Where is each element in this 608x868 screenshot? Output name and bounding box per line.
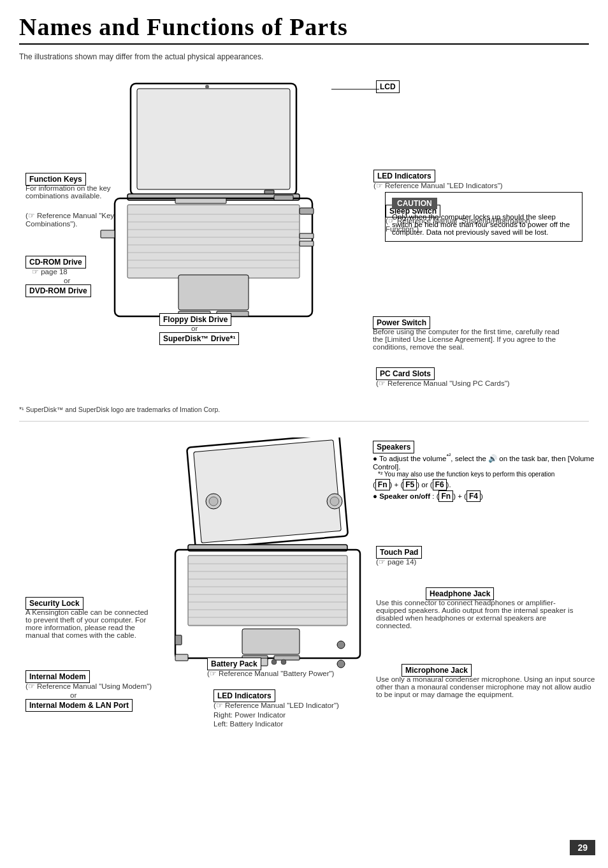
battery-pack-ref: (☞ Reference Manual "Battery Power") — [207, 669, 334, 678]
caution-text: Only when the computer locks up should t… — [392, 213, 575, 236]
caution-title: CAUTION — [392, 198, 437, 209]
security-lock-desc: A Kensington cable can be connected to p… — [25, 608, 150, 639]
touch-pad-ref: (☞ page 14) — [376, 557, 416, 566]
speaker-onoff: ● Speaker on/off : (Fn) + (F4) — [373, 492, 596, 501]
security-lock-label: Security Lock — [25, 597, 83, 610]
svg-rect-18 — [300, 233, 314, 239]
title-divider — [19, 43, 589, 45]
svg-rect-22 — [274, 195, 293, 200]
microphone-jack-label: Microphone Jack — [402, 664, 472, 677]
headphone-jack-desc: Use this connector to connect headphones… — [376, 599, 574, 629]
function-keys-ref: (☞ Reference Manual "Key Combinations"). — [25, 211, 124, 228]
floppy-label: Floppy Disk Drive — [159, 313, 231, 326]
subtitle: The illustrations shown may differ from … — [19, 52, 589, 61]
svg-point-30 — [330, 497, 339, 506]
svg-point-50 — [281, 659, 286, 665]
cdrom-label: CD-ROM Drive — [25, 256, 86, 268]
power-switch-label: Power Switch — [373, 316, 430, 329]
lcd-line — [331, 85, 379, 94]
touch-pad-label: Touch Pad — [376, 546, 422, 559]
svg-rect-23 — [264, 190, 274, 194]
svg-rect-47 — [175, 654, 188, 661]
svg-point-16 — [205, 85, 209, 89]
pc-card-label: PC Card Slots — [376, 367, 435, 380]
led-indicators-top-ref: (☞ Reference Manual "LED Indicators") — [373, 181, 507, 190]
page-number: 29 — [570, 840, 595, 855]
or2: or — [191, 325, 198, 332]
svg-rect-33 — [188, 555, 347, 626]
function-keys-label: Function Keys — [25, 173, 86, 186]
svg-rect-43 — [242, 629, 300, 654]
internal-modem-ref: (☞ Reference Manual "Using Modem") — [25, 682, 152, 691]
pc-card-ref: (☞ Reference Manual "Using PC Cards") — [376, 379, 554, 388]
caution-box: CAUTION Only when the computer locks up … — [385, 192, 583, 242]
svg-rect-17 — [300, 208, 314, 214]
svg-rect-45 — [274, 656, 300, 660]
internal-modem-label: Internal Modem — [25, 670, 90, 683]
svg-point-29 — [209, 497, 218, 506]
lcd-label: LCD — [376, 80, 400, 93]
function-keys-desc: For information on the key combinations … — [25, 184, 124, 200]
or3: or — [70, 691, 76, 699]
led-indicators-bot-ref: (☞ Reference Manual "LED Indicator") — [214, 701, 339, 710]
speakers-footnote: *² You may also use the function keys to… — [378, 471, 596, 478]
svg-point-51 — [337, 641, 345, 649]
svg-rect-13 — [178, 275, 249, 310]
dvdrom-label: DVD-ROM Drive — [25, 284, 91, 297]
svg-point-49 — [271, 659, 277, 665]
superdisk-label: SuperDisk™ Drive*¹ — [159, 332, 239, 345]
internal-modem-lan-label: Internal Modem & LAN Port — [25, 699, 133, 712]
led-indicators-top-label: LED Indicators — [373, 170, 435, 182]
svg-rect-26 — [194, 440, 342, 543]
speakers-desc1: ● To adjust the volume*², select the 🔊 o… — [373, 452, 596, 471]
power-switch-desc: Before using the computer for the first … — [373, 328, 570, 351]
superdisk-footnote: *¹ SuperDisk™ and SuperDisk logo are tra… — [19, 406, 589, 413]
led-left: Left: Battery Indicator — [214, 720, 283, 728]
laptop-top-svg — [80, 80, 347, 329]
section-divider — [19, 421, 589, 422]
led-right: Right: Power Indicator — [214, 711, 286, 719]
svg-rect-21 — [175, 198, 226, 203]
headphone-jack-label: Headphone Jack — [426, 587, 494, 600]
or1: or — [64, 277, 70, 284]
top-diagram: LCD Function Keys For information on the… — [19, 68, 589, 399]
cdrom-ref: ☞ page 18 — [32, 267, 68, 276]
bottom-diagram: Speakers ● To adjust the volume*², selec… — [19, 434, 589, 766]
svg-rect-20 — [101, 230, 115, 238]
microphone-jack-desc: Use only a monaural condenser microphone… — [376, 675, 599, 698]
battery-pack-label: Battery Pack — [207, 658, 261, 670]
speakers-label: Speakers — [373, 441, 414, 453]
svg-rect-1 — [137, 89, 290, 189]
svg-rect-19 — [300, 241, 314, 246]
svg-point-52 — [337, 660, 345, 668]
speakers-desc: ● To adjust the volume*², select the 🔊 o… — [373, 452, 596, 501]
svg-rect-4 — [127, 205, 300, 278]
svg-rect-46 — [175, 635, 182, 645]
led-indicators-bot-label: LED Indicators — [214, 689, 275, 702]
laptop-bottom-svg — [153, 438, 408, 705]
speakers-combo: (Fn) + (F5) or (F6). — [373, 480, 596, 489]
page-title: Names and Functions of Parts — [19, 13, 589, 41]
